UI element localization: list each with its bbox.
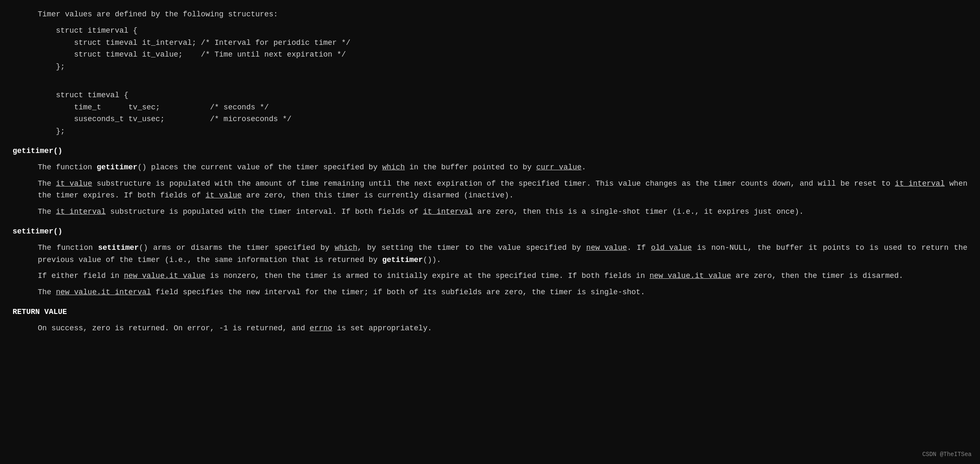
getitimer-it-interval3: it_interval: [423, 207, 473, 216]
getitimer-curr-value: curr_value: [536, 163, 581, 171]
setitimer-para1-the: The function: [38, 244, 98, 252]
setitimer-getitimer-bold: getitimer: [382, 256, 423, 264]
getitimer-which: which: [382, 163, 405, 171]
getitimer-para1-end: .: [581, 163, 586, 171]
setitimer-new-value-interval: new_value.it_interval: [56, 288, 151, 296]
setitimer-para1-rest3: . If: [627, 244, 651, 252]
struct-timeval-block: struct timeval { time_t tv_sec; /* secon…: [13, 77, 967, 137]
getitimer-para3-rest: substructure is populated with the timer…: [106, 207, 423, 216]
getitimer-para2-rest3: are zero, then this timer is currently d…: [242, 191, 513, 200]
getitimer-para1-the: The function: [38, 163, 96, 171]
getitimer-para3-rest2: are zero, then this is a single-shot tim…: [473, 207, 804, 216]
getitimer-it-value: it_value: [56, 179, 92, 188]
getitimer-para2-rest: substructure is populated with the amoun…: [92, 179, 895, 188]
return-value-para: On success, zero is returned. On error, …: [13, 322, 967, 334]
setitimer-para2-rest2: are zero, then the timer is disarmed.: [731, 272, 903, 280]
getitimer-bold: getitimer: [96, 163, 137, 171]
return-para-rest: is set appropriately.: [332, 324, 432, 332]
return-value-title: RETURN VALUE: [13, 306, 967, 318]
setitimer-which: which: [335, 244, 357, 252]
setitimer-new-value-it: new_value.it_value: [124, 272, 205, 280]
setitimer-para2: If either field in new_value.it_value is…: [13, 270, 967, 282]
getitimer-para1-rest2: in the buffer pointed to by: [405, 163, 536, 171]
setitimer-para3-the: The: [38, 288, 56, 296]
getitimer-para1-rest: () places the current value of the timer…: [138, 163, 382, 171]
return-errno: errno: [310, 324, 332, 332]
getitimer-para2: The it_value substructure is populated w…: [13, 178, 967, 202]
getitimer-it-interval: it_interval: [895, 179, 945, 188]
return-para-start: On success, zero is returned. On error, …: [38, 324, 310, 332]
setitimer-title: setitimer(): [13, 226, 967, 238]
return-value-section: RETURN VALUE On success, zero is returne…: [13, 306, 967, 334]
struct-itimerval-block: struct itimerval { struct timeval it_int…: [13, 25, 967, 73]
getitimer-it-value2: it_value: [206, 191, 242, 200]
getitimer-para3: The it_interval substructure is populate…: [13, 206, 967, 218]
setitimer-new-value-it2: new_value.it_value: [649, 272, 731, 280]
getitimer-para3-the: The: [38, 207, 56, 216]
getitimer-it-interval2: it_interval: [56, 207, 106, 216]
getitimer-para1: The function getitimer() places the curr…: [13, 161, 967, 174]
setitimer-para1-rest: () arms or disarms the timer specified b…: [139, 244, 335, 252]
setitimer-para1-end: ()).: [423, 256, 441, 264]
setitimer-bold: setitimer: [98, 244, 139, 252]
setitimer-para1: The function setitimer() arms or disarms…: [13, 242, 967, 266]
setitimer-old-value: old_value: [651, 244, 692, 252]
setitimer-para2-if: If either field in: [38, 272, 124, 280]
setitimer-new-value: new_value: [586, 244, 627, 252]
setitimer-para3: The new_value.it_interval field specifie…: [13, 286, 967, 298]
intro-line: Timer values are defined by the followin…: [13, 8, 967, 21]
getitimer-title: getitimer(): [13, 145, 967, 157]
setitimer-para2-rest: is nonzero, then the timer is armed to i…: [206, 272, 650, 280]
main-content: Timer values are defined by the followin…: [13, 8, 967, 334]
getitimer-para2-the: The: [38, 179, 56, 188]
setitimer-para3-rest: field specifies the new interval for the…: [151, 288, 645, 296]
setitimer-para1-rest2: , by setting the timer to the value spec…: [357, 244, 586, 252]
watermark: CSDN @TheITSea: [922, 450, 972, 459]
